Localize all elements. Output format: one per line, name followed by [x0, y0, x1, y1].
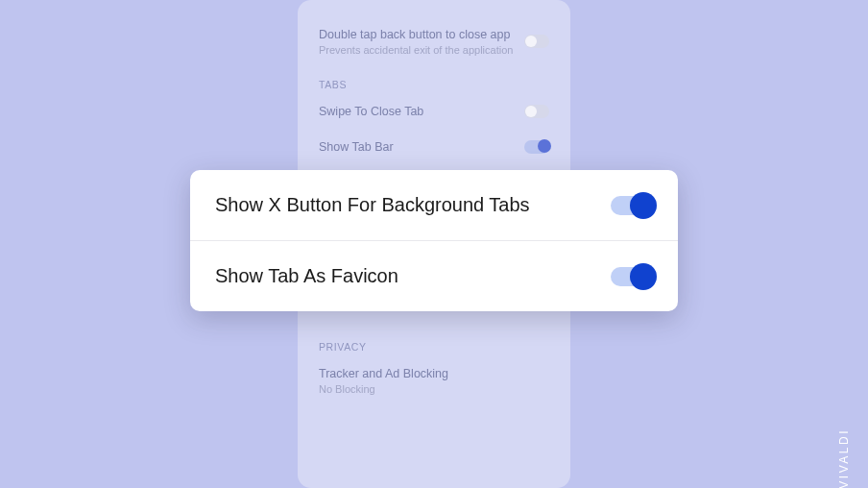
- setting-text: Swipe To Close Tab: [319, 104, 515, 119]
- setting-title: Double tap back button to close app: [319, 27, 515, 42]
- setting-show-x-button-background-tabs[interactable]: Show X Button For Background Tabs: [190, 170, 678, 240]
- setting-swipe-to-close-tab[interactable]: Swipe To Close Tab: [319, 94, 549, 129]
- setting-subtitle: No Blocking: [319, 383, 549, 395]
- setting-label: Show X Button For Background Tabs: [215, 194, 530, 216]
- setting-title: Swipe To Close Tab: [319, 104, 515, 119]
- setting-text: Tracker and Ad Blocking No Blocking: [319, 366, 549, 395]
- setting-subtitle: Prevents accidental exit of the applicat…: [319, 44, 515, 56]
- setting-show-tab-as-favicon[interactable]: Show Tab As Favicon: [190, 240, 678, 311]
- setting-text: Show Tab Bar: [319, 139, 515, 155]
- setting-text: Double tap back button to close app Prev…: [319, 27, 515, 56]
- section-header-tabs: TABS: [319, 79, 549, 90]
- setting-label: Show Tab As Favicon: [215, 265, 398, 287]
- setting-title: Tracker and Ad Blocking: [319, 366, 549, 381]
- toggle-show-x-button[interactable]: [611, 196, 653, 215]
- setting-double-tap-back[interactable]: Double tap back button to close app Prev…: [319, 17, 549, 65]
- toggle-show-tab-bar[interactable]: [524, 140, 549, 154]
- toggle-show-tab-favicon[interactable]: [611, 267, 653, 286]
- toggle-double-tap[interactable]: [524, 35, 549, 48]
- vivaldi-brand: VIVALDI: [837, 428, 851, 488]
- setting-title: Show Tab Bar: [319, 139, 515, 155]
- brand-text: VIVALDI: [837, 428, 851, 488]
- setting-tracker-ad-blocking[interactable]: Tracker and Ad Blocking No Blocking: [319, 356, 549, 404]
- section-header-privacy: PRIVACY: [319, 341, 549, 353]
- highlighted-settings-card: Show X Button For Background Tabs Show T…: [190, 170, 678, 311]
- setting-show-tab-bar[interactable]: Show Tab Bar: [319, 130, 549, 164]
- toggle-swipe-close[interactable]: [524, 105, 549, 118]
